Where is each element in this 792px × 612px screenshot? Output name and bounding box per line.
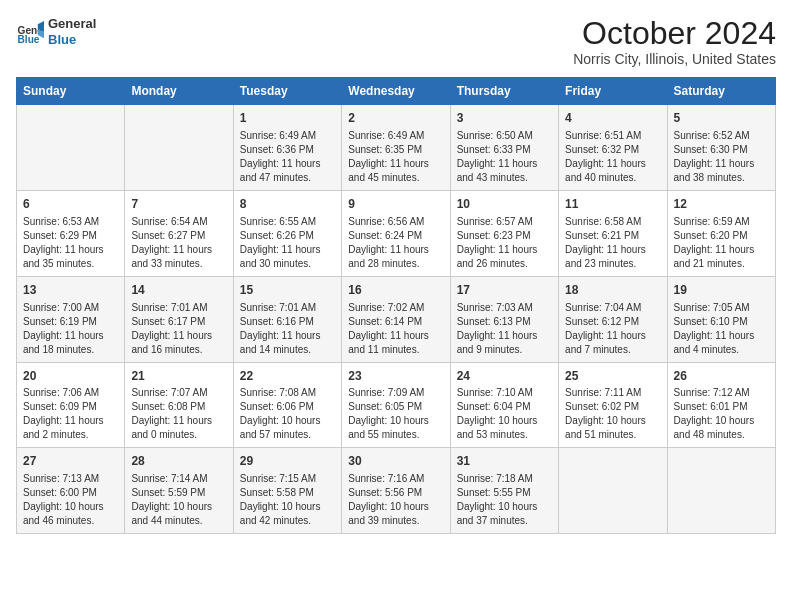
calendar-table: SundayMondayTuesdayWednesdayThursdayFrid…: [16, 77, 776, 534]
calendar-cell: 8Sunrise: 6:55 AM Sunset: 6:26 PM Daylig…: [233, 190, 341, 276]
day-number: 10: [457, 196, 552, 213]
calendar-cell: 26Sunrise: 7:12 AM Sunset: 6:01 PM Dayli…: [667, 362, 775, 448]
day-info: Sunrise: 7:18 AM Sunset: 5:55 PM Dayligh…: [457, 472, 552, 528]
day-info: Sunrise: 7:09 AM Sunset: 6:05 PM Dayligh…: [348, 386, 443, 442]
calendar-cell: 21Sunrise: 7:07 AM Sunset: 6:08 PM Dayli…: [125, 362, 233, 448]
day-number: 12: [674, 196, 769, 213]
page-header: General Blue General Blue October 2024 N…: [16, 16, 776, 67]
calendar-cell: 17Sunrise: 7:03 AM Sunset: 6:13 PM Dayli…: [450, 276, 558, 362]
calendar-cell: 22Sunrise: 7:08 AM Sunset: 6:06 PM Dayli…: [233, 362, 341, 448]
calendar-cell: 14Sunrise: 7:01 AM Sunset: 6:17 PM Dayli…: [125, 276, 233, 362]
calendar-week-row: 6Sunrise: 6:53 AM Sunset: 6:29 PM Daylig…: [17, 190, 776, 276]
day-number: 31: [457, 453, 552, 470]
calendar-cell: 2Sunrise: 6:49 AM Sunset: 6:35 PM Daylig…: [342, 105, 450, 191]
logo: General Blue General Blue: [16, 16, 96, 47]
day-info: Sunrise: 6:49 AM Sunset: 6:36 PM Dayligh…: [240, 129, 335, 185]
day-number: 18: [565, 282, 660, 299]
day-info: Sunrise: 6:49 AM Sunset: 6:35 PM Dayligh…: [348, 129, 443, 185]
calendar-cell: 12Sunrise: 6:59 AM Sunset: 6:20 PM Dayli…: [667, 190, 775, 276]
calendar-cell: 10Sunrise: 6:57 AM Sunset: 6:23 PM Dayli…: [450, 190, 558, 276]
calendar-cell: [125, 105, 233, 191]
calendar-cell: 27Sunrise: 7:13 AM Sunset: 6:00 PM Dayli…: [17, 448, 125, 534]
day-number: 13: [23, 282, 118, 299]
title-block: October 2024 Norris City, Illinois, Unit…: [573, 16, 776, 67]
day-info: Sunrise: 7:01 AM Sunset: 6:17 PM Dayligh…: [131, 301, 226, 357]
day-number: 19: [674, 282, 769, 299]
day-number: 21: [131, 368, 226, 385]
day-info: Sunrise: 6:59 AM Sunset: 6:20 PM Dayligh…: [674, 215, 769, 271]
day-info: Sunrise: 7:02 AM Sunset: 6:14 PM Dayligh…: [348, 301, 443, 357]
calendar-cell: 3Sunrise: 6:50 AM Sunset: 6:33 PM Daylig…: [450, 105, 558, 191]
weekday-header-thursday: Thursday: [450, 78, 558, 105]
calendar-cell: 25Sunrise: 7:11 AM Sunset: 6:02 PM Dayli…: [559, 362, 667, 448]
day-info: Sunrise: 6:50 AM Sunset: 6:33 PM Dayligh…: [457, 129, 552, 185]
day-number: 20: [23, 368, 118, 385]
location: Norris City, Illinois, United States: [573, 51, 776, 67]
calendar-cell: 16Sunrise: 7:02 AM Sunset: 6:14 PM Dayli…: [342, 276, 450, 362]
day-info: Sunrise: 7:10 AM Sunset: 6:04 PM Dayligh…: [457, 386, 552, 442]
day-number: 29: [240, 453, 335, 470]
calendar-week-row: 13Sunrise: 7:00 AM Sunset: 6:19 PM Dayli…: [17, 276, 776, 362]
day-info: Sunrise: 7:12 AM Sunset: 6:01 PM Dayligh…: [674, 386, 769, 442]
day-info: Sunrise: 7:13 AM Sunset: 6:00 PM Dayligh…: [23, 472, 118, 528]
day-info: Sunrise: 6:52 AM Sunset: 6:30 PM Dayligh…: [674, 129, 769, 185]
weekday-header-saturday: Saturday: [667, 78, 775, 105]
day-number: 15: [240, 282, 335, 299]
calendar-cell: 7Sunrise: 6:54 AM Sunset: 6:27 PM Daylig…: [125, 190, 233, 276]
calendar-cell: 15Sunrise: 7:01 AM Sunset: 6:16 PM Dayli…: [233, 276, 341, 362]
day-info: Sunrise: 7:00 AM Sunset: 6:19 PM Dayligh…: [23, 301, 118, 357]
day-info: Sunrise: 7:05 AM Sunset: 6:10 PM Dayligh…: [674, 301, 769, 357]
logo-icon: General Blue: [16, 18, 44, 46]
day-number: 8: [240, 196, 335, 213]
day-info: Sunrise: 6:53 AM Sunset: 6:29 PM Dayligh…: [23, 215, 118, 271]
calendar-cell: 11Sunrise: 6:58 AM Sunset: 6:21 PM Dayli…: [559, 190, 667, 276]
day-number: 9: [348, 196, 443, 213]
day-number: 6: [23, 196, 118, 213]
day-number: 25: [565, 368, 660, 385]
weekday-header-monday: Monday: [125, 78, 233, 105]
day-number: 22: [240, 368, 335, 385]
day-number: 2: [348, 110, 443, 127]
month-title: October 2024: [573, 16, 776, 51]
day-number: 24: [457, 368, 552, 385]
day-info: Sunrise: 7:07 AM Sunset: 6:08 PM Dayligh…: [131, 386, 226, 442]
day-info: Sunrise: 6:56 AM Sunset: 6:24 PM Dayligh…: [348, 215, 443, 271]
calendar-week-row: 27Sunrise: 7:13 AM Sunset: 6:00 PM Dayli…: [17, 448, 776, 534]
day-info: Sunrise: 6:58 AM Sunset: 6:21 PM Dayligh…: [565, 215, 660, 271]
weekday-header-friday: Friday: [559, 78, 667, 105]
calendar-cell: 23Sunrise: 7:09 AM Sunset: 6:05 PM Dayli…: [342, 362, 450, 448]
day-info: Sunrise: 7:11 AM Sunset: 6:02 PM Dayligh…: [565, 386, 660, 442]
weekday-header-row: SundayMondayTuesdayWednesdayThursdayFrid…: [17, 78, 776, 105]
day-info: Sunrise: 7:06 AM Sunset: 6:09 PM Dayligh…: [23, 386, 118, 442]
calendar-cell: 29Sunrise: 7:15 AM Sunset: 5:58 PM Dayli…: [233, 448, 341, 534]
logo-line2: Blue: [48, 32, 96, 48]
calendar-cell: 31Sunrise: 7:18 AM Sunset: 5:55 PM Dayli…: [450, 448, 558, 534]
day-info: Sunrise: 6:57 AM Sunset: 6:23 PM Dayligh…: [457, 215, 552, 271]
calendar-cell: 1Sunrise: 6:49 AM Sunset: 6:36 PM Daylig…: [233, 105, 341, 191]
day-number: 17: [457, 282, 552, 299]
day-number: 28: [131, 453, 226, 470]
calendar-cell: 30Sunrise: 7:16 AM Sunset: 5:56 PM Dayli…: [342, 448, 450, 534]
day-info: Sunrise: 7:14 AM Sunset: 5:59 PM Dayligh…: [131, 472, 226, 528]
calendar-cell: 5Sunrise: 6:52 AM Sunset: 6:30 PM Daylig…: [667, 105, 775, 191]
calendar-week-row: 20Sunrise: 7:06 AM Sunset: 6:09 PM Dayli…: [17, 362, 776, 448]
calendar-cell: 24Sunrise: 7:10 AM Sunset: 6:04 PM Dayli…: [450, 362, 558, 448]
calendar-cell: 18Sunrise: 7:04 AM Sunset: 6:12 PM Dayli…: [559, 276, 667, 362]
day-info: Sunrise: 7:03 AM Sunset: 6:13 PM Dayligh…: [457, 301, 552, 357]
day-number: 23: [348, 368, 443, 385]
day-number: 5: [674, 110, 769, 127]
weekday-header-sunday: Sunday: [17, 78, 125, 105]
calendar-cell: 4Sunrise: 6:51 AM Sunset: 6:32 PM Daylig…: [559, 105, 667, 191]
svg-text:Blue: Blue: [18, 33, 40, 44]
day-number: 1: [240, 110, 335, 127]
calendar-cell: 13Sunrise: 7:00 AM Sunset: 6:19 PM Dayli…: [17, 276, 125, 362]
day-info: Sunrise: 7:15 AM Sunset: 5:58 PM Dayligh…: [240, 472, 335, 528]
day-info: Sunrise: 6:51 AM Sunset: 6:32 PM Dayligh…: [565, 129, 660, 185]
calendar-cell: [17, 105, 125, 191]
day-info: Sunrise: 6:55 AM Sunset: 6:26 PM Dayligh…: [240, 215, 335, 271]
logo-line1: General: [48, 16, 96, 32]
day-number: 27: [23, 453, 118, 470]
day-info: Sunrise: 7:04 AM Sunset: 6:12 PM Dayligh…: [565, 301, 660, 357]
day-info: Sunrise: 6:54 AM Sunset: 6:27 PM Dayligh…: [131, 215, 226, 271]
day-info: Sunrise: 7:16 AM Sunset: 5:56 PM Dayligh…: [348, 472, 443, 528]
